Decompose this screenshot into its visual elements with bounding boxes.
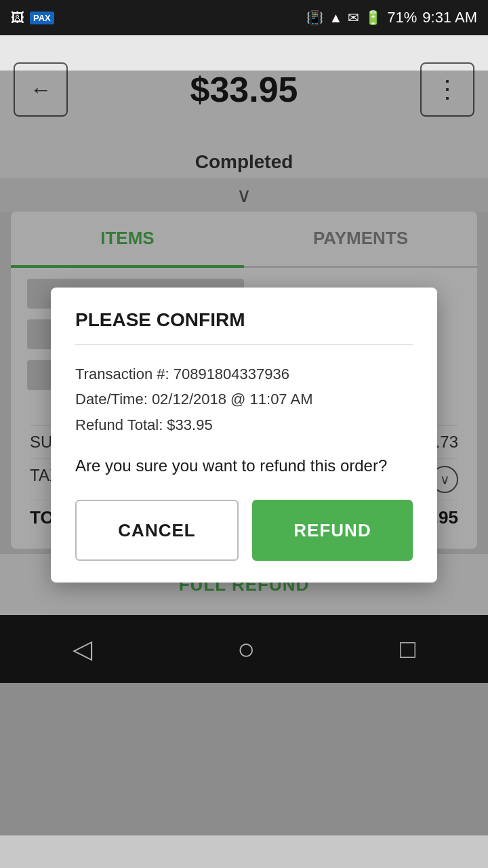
modal-divider [75,344,413,345]
battery-percent: 71% [387,9,417,26]
status-bar-right: 📳 ▲ ✉ 🔋 71% 9:31 AM [306,9,477,26]
status-bar-left: 🖼 PAX [11,10,54,26]
confirm-dialog: PLEASE CONFIRM Transaction #: 7089180433… [51,288,437,583]
photo-icon: 🖼 [11,10,24,26]
battery-icon: 🔋 [365,9,382,26]
modal-title: PLEASE CONFIRM [75,309,413,331]
refund-line: Refund Total: $33.95 [75,416,213,433]
modal-info: Transaction #: 70891804337936 Date/Time:… [75,361,413,437]
pax-icon: PAX [30,12,54,24]
transaction-line: Transaction #: 70891804337936 [75,366,289,382]
wifi-icon: ▲ [329,10,342,26]
modal-overlay: PLEASE CONFIRM Transaction #: 7089180433… [0,71,488,835]
time: 9:31 AM [422,9,477,26]
refund-button[interactable]: REFUND [252,500,413,561]
vibrate-icon: 📳 [306,9,323,26]
date-line: Date/Time: 02/12/2018 @ 11:07 AM [75,391,313,408]
modal-question: Are you sure you want to refund this ord… [75,454,413,478]
modal-buttons: CANCEL REFUND [75,500,413,561]
page-background: ← $33.95 ⋮ Completed ∨ ITEMS PAYMENTS [0,35,488,683]
cancel-button[interactable]: CANCEL [75,500,239,561]
email-icon: ✉ [348,9,359,26]
status-bar: 🖼 PAX 📳 ▲ ✉ 🔋 71% 9:31 AM [0,0,488,35]
